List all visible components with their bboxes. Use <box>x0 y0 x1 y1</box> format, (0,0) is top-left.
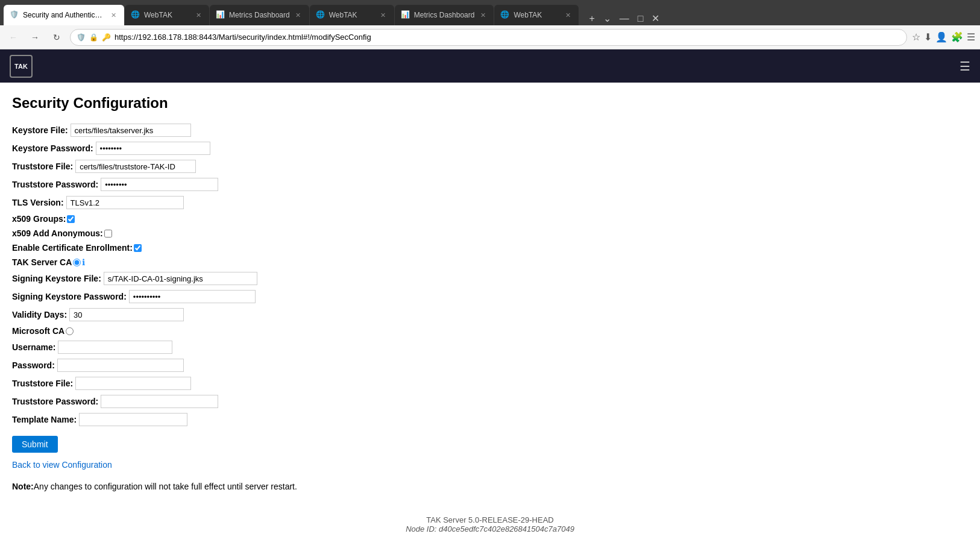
tab-label-webtak1: WebTAK <box>144 11 190 19</box>
app-logo: TAK <box>10 55 33 78</box>
tab-webtak-2[interactable]: 🌐 WebTAK ✕ <box>310 5 394 25</box>
truststore-password-input[interactable] <box>101 178 218 191</box>
truststore-file-input[interactable] <box>75 160 196 173</box>
tab-favicon-webtak2: 🌐 <box>316 10 325 20</box>
signing-keystore-file-input[interactable] <box>104 272 257 285</box>
bookmark-icon[interactable]: ☆ <box>912 31 920 43</box>
page-title: Security Configuration <box>12 95 968 112</box>
tab-favicon-webtak1: 🌐 <box>131 10 140 20</box>
tls-version-label: TLS Version: <box>12 198 64 207</box>
tab-close-metrics1[interactable]: ✕ <box>294 10 303 20</box>
maximize-button[interactable]: □ <box>635 12 646 25</box>
close-window-button[interactable]: ✕ <box>649 11 662 25</box>
tab-close-webtak3[interactable]: ✕ <box>563 10 573 20</box>
template-name-row: Template Name: <box>12 413 968 426</box>
username-label: Username: <box>12 342 55 352</box>
enable-cert-enrollment-checkbox[interactable] <box>134 244 142 252</box>
tak-server-ca-radio[interactable] <box>73 259 81 266</box>
address-input[interactable] <box>115 33 900 42</box>
password-input[interactable] <box>57 359 184 372</box>
validity-days-label: Validity Days: <box>12 310 67 319</box>
browser-toolbar: ← → ↻ 🛡️ 🔒 🔑 ☆ ⬇ 👤 🧩 ☰ <box>0 25 980 49</box>
back-to-configuration-link[interactable]: Back to view Configuration <box>12 460 968 470</box>
tab-webtak-1[interactable]: 🌐 WebTAK ✕ <box>125 5 209 25</box>
microsoft-ca-radio[interactable] <box>66 327 74 335</box>
x509-add-anonymous-label: x509 Add Anonymous: <box>12 228 103 238</box>
downloads-icon[interactable]: ⬇ <box>924 31 932 43</box>
back-button[interactable]: ← <box>5 29 22 46</box>
server-version: TAK Server 5.0-RELEASE-29-HEAD <box>12 515 968 524</box>
shield-icon: 🛡️ <box>77 33 86 42</box>
tab-label-security: Security and Authentication <box>23 11 105 19</box>
password-label: Password: <box>12 360 55 370</box>
template-name-label: Template Name: <box>12 415 77 424</box>
note-body: Any changes to configuration will not ta… <box>34 482 297 491</box>
tab-list-button[interactable]: ⌄ <box>601 11 614 25</box>
tab-actions: + ⌄ — □ ✕ <box>582 11 667 25</box>
toolbar-right-buttons: ☆ ⬇ 👤 🧩 ☰ <box>912 31 975 43</box>
tab-close-metrics2[interactable]: ✕ <box>478 10 488 20</box>
tab-security-and-authentication[interactable]: 🛡️ Security and Authentication ✕ <box>4 5 124 25</box>
profile-icon[interactable]: 👤 <box>935 31 947 43</box>
forward-button[interactable]: → <box>27 29 43 46</box>
tak-server-ca-info-icon[interactable]: ℹ <box>82 257 85 267</box>
tab-favicon-metrics2: 📊 <box>401 10 410 20</box>
keystore-file-row: Keystore File: <box>12 124 968 137</box>
keystore-password-input[interactable] <box>96 142 210 155</box>
note-section: Note:Any changes to configuration will n… <box>12 482 968 491</box>
validity-days-input[interactable] <box>69 308 184 321</box>
tab-label-metrics1: Metrics Dashboard <box>229 11 290 19</box>
minimize-button[interactable]: — <box>617 12 632 25</box>
tab-label-webtak3: WebTAK <box>514 11 559 19</box>
truststore-password2-row: Truststore Password: <box>12 395 968 408</box>
truststore-password-row: Truststore Password: <box>12 178 968 191</box>
template-name-input[interactable] <box>79 413 187 426</box>
new-tab-button[interactable]: + <box>586 12 597 25</box>
browser-chrome: 🛡️ Security and Authentication ✕ 🌐 WebTA… <box>0 0 980 49</box>
x509-groups-checkbox[interactable] <box>67 215 75 223</box>
tab-metrics-dashboard-1[interactable]: 📊 Metrics Dashboard ✕ <box>210 5 309 25</box>
truststore-file2-label: Truststore File: <box>12 379 73 388</box>
key-icon: 🔑 <box>102 33 111 42</box>
keystore-password-label: Keystore Password: <box>12 143 93 153</box>
extensions-icon[interactable]: 🧩 <box>951 31 963 43</box>
password-row: Password: <box>12 359 968 372</box>
validity-days-row: Validity Days: <box>12 308 968 321</box>
tab-favicon-security: 🛡️ <box>10 10 19 20</box>
truststore-file2-row: Truststore File: <box>12 377 968 390</box>
x509-add-anonymous-checkbox[interactable] <box>104 230 112 238</box>
truststore-password2-input[interactable] <box>101 395 218 408</box>
keystore-file-input[interactable] <box>71 124 191 137</box>
main-content: Security Configuration Keystore File: Ke… <box>0 83 980 546</box>
tab-label-metrics2: Metrics Dashboard <box>414 11 475 19</box>
tab-close-security[interactable]: ✕ <box>108 10 118 20</box>
signing-keystore-file-row: Signing Keystore File: <box>12 272 968 285</box>
menu-icon[interactable]: ☰ <box>967 31 975 43</box>
keystore-file-label: Keystore File: <box>12 125 68 135</box>
submit-button[interactable]: Submit <box>12 436 58 453</box>
note-text: Note:Any changes to configuration will n… <box>12 482 968 491</box>
hamburger-menu-button[interactable]: ☰ <box>960 59 970 74</box>
signing-keystore-password-input[interactable] <box>129 290 256 303</box>
truststore-file2-input[interactable] <box>75 377 191 390</box>
tab-close-webtak2[interactable]: ✕ <box>378 10 388 20</box>
tls-version-input[interactable] <box>66 196 184 209</box>
truststore-file-label: Truststore File: <box>12 162 73 171</box>
tab-label-webtak2: WebTAK <box>329 11 375 19</box>
footer: TAK Server 5.0-RELEASE-29-HEAD Node ID: … <box>12 515 968 533</box>
x509-groups-label: x509 Groups: <box>12 214 66 224</box>
username-input[interactable] <box>58 341 172 354</box>
note-prefix: Note: <box>12 482 34 491</box>
tls-version-row: TLS Version: <box>12 196 968 209</box>
reload-button[interactable]: ↻ <box>48 29 65 46</box>
signing-keystore-password-label: Signing Keystore Password: <box>12 292 127 301</box>
tab-close-webtak1[interactable]: ✕ <box>193 10 203 20</box>
enable-cert-enrollment-row: Enable Certificate Enrollment: <box>12 243 968 253</box>
lock-icon: 🔒 <box>89 33 98 42</box>
microsoft-ca-label: Microsoft CA <box>12 326 64 336</box>
node-id: Node ID: d40ce5edfc7c402e826841504c7a704… <box>12 524 968 533</box>
tak-server-ca-row: TAK Server CA ℹ <box>12 257 968 267</box>
tab-webtak-3[interactable]: 🌐 WebTAK ✕ <box>494 5 579 25</box>
tab-favicon-webtak3: 🌐 <box>500 10 510 20</box>
tab-metrics-dashboard-2[interactable]: 📊 Metrics Dashboard ✕ <box>395 5 494 25</box>
